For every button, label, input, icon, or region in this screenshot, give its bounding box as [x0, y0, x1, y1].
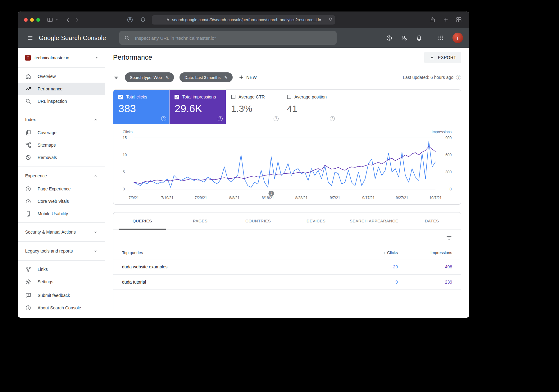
sidebar-item-settings[interactable]: Settings — [18, 276, 105, 288]
help-icon[interactable] — [383, 32, 395, 44]
gsc-header: Google Search Console T — [18, 28, 469, 48]
sidebar-item-links[interactable]: Links — [18, 263, 105, 276]
manage-accounts-icon[interactable] — [398, 32, 410, 44]
edit-pencil-icon: ✎ — [166, 75, 169, 80]
help-icon[interactable]: ? — [330, 116, 335, 121]
clicks-cell: 29 — [343, 264, 398, 269]
checkbox-checked-icon[interactable] — [175, 95, 179, 99]
help-icon[interactable]: ? — [161, 116, 166, 121]
table-row[interactable]: duda tutorial 9 239 — [113, 274, 461, 289]
removals-block-icon — [25, 154, 31, 161]
sidebar-item-overview[interactable]: Overview — [18, 70, 105, 83]
checkbox-checked-icon[interactable] — [118, 95, 123, 99]
help-icon[interactable]: ? — [456, 75, 461, 80]
impressions-cell: 239 — [398, 280, 452, 285]
svg-text:15: 15 — [123, 136, 127, 140]
minimize-window-button[interactable] — [30, 18, 34, 22]
close-window-button[interactable] — [24, 18, 28, 22]
forward-button[interactable] — [72, 16, 81, 24]
section-header-security[interactable]: Security & Manual Actions — [18, 225, 105, 239]
export-button[interactable]: EXPORT — [424, 52, 461, 63]
password-manager-extension-icon[interactable] — [125, 16, 134, 24]
column-header-queries[interactable]: Top queries — [122, 250, 343, 255]
metric-tile-average-position[interactable]: Average position 41 ? — [282, 90, 338, 124]
new-filter-button[interactable]: NEW — [238, 74, 257, 80]
section-header-legacy-tools[interactable]: Legacy tools and reports — [18, 244, 105, 258]
metric-tile-average-ctr[interactable]: Average CTR 1.3% ? — [226, 90, 282, 124]
column-header-clicks[interactable]: ↓ Clicks — [343, 250, 398, 255]
section-label: Legacy tools and reports — [25, 248, 73, 253]
tab-devices[interactable]: DEVICES — [287, 212, 345, 230]
dimensions-table-card: QUERIES PAGES COUNTRIES DEVICES SEARCH A… — [113, 212, 461, 318]
google-apps-grid-icon[interactable] — [434, 32, 447, 44]
column-header-impressions[interactable]: Impressions — [398, 250, 452, 255]
url-inspect-searchbar[interactable] — [119, 31, 337, 45]
chevron-up-icon — [94, 174, 98, 178]
metric-tiles: Total clicks 383 ? Total impressions — [113, 90, 461, 124]
performance-line-chart[interactable]: ClicksImpressions05101503006009007/9/217… — [121, 129, 453, 203]
share-icon[interactable] — [428, 16, 437, 24]
metric-tile-total-impressions[interactable]: Total impressions 29.6K ? — [170, 90, 226, 124]
chevron-up-icon — [94, 118, 98, 122]
sidebar-item-url-inspection[interactable]: URL inspection — [18, 95, 105, 107]
metric-value: 41 — [287, 103, 333, 114]
property-selector[interactable]: T technicalmaster.io — [18, 48, 105, 68]
section-header-index[interactable]: Index — [18, 113, 105, 126]
tab-dates[interactable]: DATES — [403, 212, 461, 230]
sidebar-item-label: Sitemaps — [38, 143, 56, 148]
impressions-cell: 498 — [398, 264, 452, 269]
checkbox-unchecked-icon[interactable] — [287, 95, 291, 99]
address-bar[interactable]: search.google.com/u/0/search-console/per… — [152, 15, 335, 25]
section-header-experience[interactable]: Experience — [18, 169, 105, 183]
sidebar-item-sitemaps[interactable]: Sitemaps — [18, 139, 105, 151]
tab-pages[interactable]: PAGES — [171, 212, 230, 230]
table-row[interactable]: duda website examples 29 498 — [113, 259, 461, 274]
table-filter-icon[interactable] — [446, 235, 452, 241]
svg-text:Clicks: Clicks — [123, 130, 133, 134]
url-inspect-input[interactable] — [134, 35, 332, 41]
sidebar-item-performance[interactable]: Performance — [18, 83, 105, 95]
browser-window: search.google.com/u/0/search-console/per… — [18, 11, 469, 318]
filter-list-icon[interactable] — [113, 74, 119, 80]
sidebar-item-page-experience[interactable]: Page Experience — [18, 183, 105, 195]
tab-overview-icon[interactable] — [454, 16, 463, 24]
sidebar-item-label: Core Web Vitals — [38, 199, 69, 204]
sidebar-item-mobile-usability[interactable]: Mobile Usability — [18, 207, 105, 220]
tab-countries[interactable]: COUNTRIES — [229, 212, 287, 230]
notifications-bell-icon[interactable] — [413, 32, 425, 44]
property-name: technicalmaster.io — [34, 55, 91, 60]
svg-text:7/19/21: 7/19/21 — [161, 196, 174, 200]
help-icon[interactable]: ? — [218, 116, 223, 121]
query-cell[interactable]: duda website examples — [122, 264, 343, 269]
links-network-icon — [25, 266, 31, 272]
svg-text:600: 600 — [445, 153, 452, 157]
shield-extension-icon[interactable] — [139, 16, 147, 24]
sidebar-item-core-web-vitals[interactable]: Core Web Vitals — [18, 195, 105, 207]
tab-search-appearance[interactable]: SEARCH APPEARANCE — [345, 212, 403, 230]
zoom-window-button[interactable] — [36, 18, 40, 22]
smartphone-icon — [25, 211, 31, 217]
filter-chip-search-type[interactable]: Search type: Web ✎ — [125, 72, 174, 82]
sidebar-item-coverage[interactable]: Coverage — [18, 126, 105, 139]
filter-chip-date-range[interactable]: Date: Last 3 months ✎ — [180, 72, 233, 82]
checkbox-unchecked-icon[interactable] — [231, 95, 235, 99]
sidebar-item-submit-feedback[interactable]: Submit feedback — [18, 289, 105, 302]
metric-tile-total-clicks[interactable]: Total clicks 383 ? — [113, 90, 170, 124]
sidebar-item-label: Submit feedback — [38, 293, 70, 298]
chevron-down-icon — [95, 56, 98, 60]
query-cell[interactable]: duda tutorial — [122, 280, 343, 285]
help-icon[interactable]: ? — [274, 116, 279, 121]
sidebar-item-removals[interactable]: Removals — [18, 151, 105, 164]
hamburger-menu-icon[interactable] — [24, 32, 36, 44]
tab-queries[interactable]: QUERIES — [113, 212, 171, 230]
sidebar-caret-icon[interactable] — [54, 16, 59, 24]
back-button[interactable] — [64, 16, 72, 24]
avatar[interactable]: T — [452, 33, 463, 43]
refresh-icon[interactable] — [328, 17, 333, 23]
gear-icon — [25, 279, 31, 285]
sidebar-item-about[interactable]: About Search Console — [18, 302, 105, 314]
sidebar-toggle-icon[interactable] — [46, 16, 54, 24]
app-logo[interactable]: Google Search Console — [39, 34, 106, 42]
new-tab-icon[interactable] — [441, 16, 450, 24]
svg-text:0: 0 — [123, 187, 125, 191]
